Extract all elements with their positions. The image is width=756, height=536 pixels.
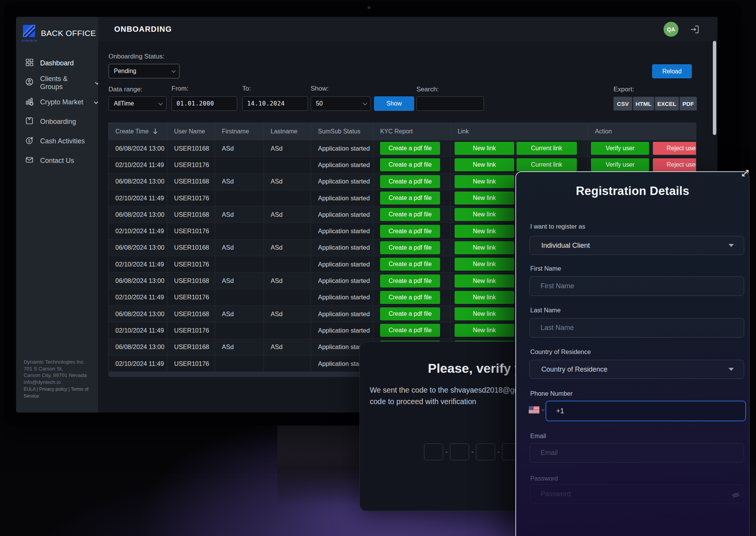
reject-user-button[interactable]: Reject user — [653, 158, 696, 171]
create-pdf-button[interactable]: Create a pdf file — [380, 208, 440, 221]
new-link-button[interactable]: New link — [455, 175, 514, 188]
column-header-action: Action — [588, 123, 696, 140]
new-link-button[interactable]: New link — [455, 324, 514, 337]
new-link-button[interactable]: New link — [455, 142, 514, 155]
new-link-button[interactable]: New link — [455, 307, 514, 320]
table-cell: USER10168 — [167, 239, 215, 256]
code-digit-input[interactable] — [476, 443, 495, 460]
create-pdf-button[interactable]: Create a pdf file — [380, 142, 440, 155]
user-circle-icon — [25, 77, 34, 88]
column-header-sumsub-status: SumSub Status — [311, 123, 373, 140]
country-code-picker[interactable] — [529, 406, 544, 413]
table-cell: USER10168 — [167, 339, 215, 355]
search-input[interactable] — [416, 96, 484, 111]
legal-links: EULA | Privacy policy | Terms of Service — [24, 386, 98, 400]
country-select-value: Country of Residence — [541, 365, 607, 374]
password-field[interactable] — [529, 484, 744, 504]
new-link-button[interactable]: New link — [455, 291, 514, 304]
table-cell: 02/10/2024 11:49 — [108, 289, 167, 305]
create-pdf-button[interactable]: Create a pdf file — [380, 307, 440, 320]
export-csv-button[interactable]: CSV — [614, 97, 632, 110]
table-cell — [264, 289, 311, 305]
reject-user-button[interactable]: Reject user — [653, 142, 696, 155]
show-count-select[interactable]: 50 — [311, 96, 371, 111]
eula-link[interactable]: EULA — [24, 387, 36, 392]
table-cell: USER10176 — [167, 322, 215, 338]
table-cell: USER10176 — [167, 190, 215, 206]
new-link-button[interactable]: New link — [455, 274, 514, 287]
code-digit-input[interactable] — [450, 443, 469, 460]
chevron-down-icon — [363, 101, 367, 105]
create-pdf-button[interactable]: Create a pdf file — [380, 241, 440, 254]
table-cell: USER10176 — [167, 289, 215, 305]
new-link-button[interactable]: New link — [455, 192, 514, 205]
show-count-value: 50 — [316, 100, 323, 107]
to-date-input[interactable] — [242, 96, 308, 111]
create-pdf-button[interactable]: Create a pdf file — [380, 192, 440, 205]
sidebar-item-crypto-market[interactable]: Crypto Market — [16, 93, 98, 112]
verify-text-line1: We sent the code to the shvayaesd2018@gm — [370, 385, 521, 396]
sidebar-item-contact-us[interactable]: Contact Us — [16, 151, 98, 171]
sidebar-item-cash-activities[interactable]: $ Cash Activities — [16, 132, 98, 151]
export-buttons: CSV HTML EXCEL PDF — [614, 97, 697, 110]
chevron-down-icon — [728, 368, 734, 371]
current-link-button[interactable]: Current link — [516, 158, 577, 171]
table-cell: ASd — [215, 272, 264, 289]
create-pdf-button[interactable]: Create a pdf file — [380, 324, 440, 337]
create-pdf-button[interactable]: Create a pdf file — [380, 258, 440, 271]
last-name-field[interactable] — [529, 318, 744, 338]
chevron-down-icon — [728, 244, 734, 247]
verify-user-button[interactable]: Verify user — [591, 158, 649, 171]
kyc-report-cell: Create a pdf file — [373, 156, 451, 173]
action-cell: Verify userReject user — [588, 156, 696, 173]
logout-icon[interactable] — [690, 24, 700, 35]
code-digit-input[interactable] — [424, 443, 443, 460]
first-name-field[interactable] — [529, 276, 744, 296]
status-select[interactable]: Pending — [108, 64, 180, 78]
register-as-value: Individual Client — [541, 242, 590, 250]
export-html-button[interactable]: HTML — [633, 97, 654, 110]
create-pdf-button[interactable]: Create a pdf file — [380, 291, 440, 304]
avatar[interactable]: QA — [664, 22, 678, 37]
create-pdf-button[interactable]: Create a pdf file — [380, 225, 440, 238]
sidebar-item-clients-groups[interactable]: Clients & Groups — [16, 73, 98, 93]
password-visibility-toggle[interactable] — [731, 490, 741, 502]
create-pdf-button[interactable]: Create a pdf file — [380, 274, 440, 287]
register-as-select[interactable]: Individual Client — [529, 236, 744, 255]
table-cell: USER10168 — [167, 305, 215, 322]
column-header-kyc-report: KYC Report — [373, 123, 451, 140]
current-link-button[interactable]: Current link — [516, 142, 577, 155]
table-cell: 02/10/2024 11:49 — [108, 355, 167, 372]
phone-number-field[interactable] — [546, 401, 746, 421]
new-link-button[interactable]: New link — [455, 225, 514, 238]
country-select[interactable]: Country of Residence — [529, 360, 744, 379]
create-pdf-button[interactable]: Create a pdf file — [380, 175, 440, 188]
from-date-input[interactable] — [172, 96, 237, 111]
export-excel-button[interactable]: EXCEL — [655, 97, 679, 110]
sidebar-item-onboarding[interactable]: Onboarding — [16, 112, 98, 132]
new-link-button[interactable]: New link — [455, 208, 514, 221]
show-button[interactable]: Show — [374, 96, 414, 111]
export-pdf-button[interactable]: PDF — [680, 97, 697, 110]
data-range-value: AllTime — [114, 100, 134, 107]
email-field[interactable] — [529, 443, 744, 463]
sidebar-item-label: Clients & Groups — [40, 75, 88, 91]
column-header-create-time[interactable]: Create Time — [108, 123, 167, 140]
new-link-button[interactable]: New link — [455, 258, 514, 271]
new-link-button[interactable]: New link — [455, 241, 514, 254]
vertical-scrollbar-thumb[interactable] — [713, 41, 716, 135]
new-link-button[interactable]: New link — [455, 158, 514, 171]
create-pdf-button[interactable]: Create a pdf file — [380, 158, 440, 171]
kyc-report-cell: Create a pdf file — [373, 140, 451, 156]
verify-user-button[interactable]: Verify user — [591, 142, 649, 155]
company-email[interactable]: info@dyntech.io — [24, 379, 98, 386]
table-cell: 06/08/2024 13:00 — [108, 173, 167, 190]
table-cell: ASd — [215, 140, 264, 156]
table-cell: USER10168 — [167, 206, 215, 223]
reload-button[interactable]: Reload — [652, 64, 692, 78]
data-range-label: Data range: — [108, 86, 142, 93]
sidebar-item-dashboard[interactable]: Dashboard — [16, 54, 98, 73]
table-cell: 06/08/2024 13:00 — [108, 305, 167, 322]
privacy-policy-link[interactable]: Privacy policy — [39, 387, 67, 392]
data-range-select[interactable]: AllTime — [108, 96, 167, 111]
